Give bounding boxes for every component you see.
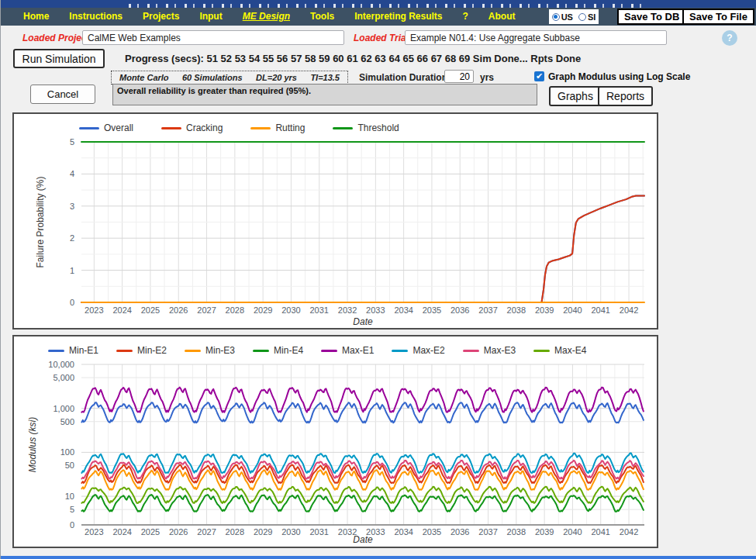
window-title-strip [1,0,756,8]
series-line-max-e2 [81,454,644,474]
main-menu-bar: HomeInstructionsProjectsInputME DesignTo… [1,8,756,26]
cancel-button[interactable]: Cancel [30,85,95,104]
radio-icon[interactable] [578,13,586,21]
loaded-project-input[interactable] [82,30,344,45]
y-tick-label: 1 [70,266,74,275]
x-tick-label: 2041 [591,527,609,537]
y-axis-title: Failure Probability (%) [35,176,46,267]
modulus-chart-legend: Min-E1Min-E2Min-E3Min-E4Max-E1Max-E2Max-… [48,345,586,356]
x-tick-label: 2027 [197,527,216,537]
nav-item-tools[interactable]: Tools [300,8,344,26]
y-tick-label: 5 [70,137,74,147]
window-bottom-accent [1,556,756,559]
x-tick-label: 2038 [507,527,526,537]
legend-swatch-icon [463,350,479,352]
legend-label: Cracking [186,122,223,133]
nav-item-me-design[interactable]: ME Design [233,8,300,26]
x-axis-title: Date [353,316,373,325]
y-tick-label: 1,000 [53,404,74,413]
x-tick-label: 2035 [423,305,441,315]
legend-item-min-e4: Min-E4 [253,345,303,356]
legend-item-min-e3: Min-E3 [185,345,235,356]
x-tick-label: 2027 [197,305,216,315]
y-tick-label: 10 [65,492,74,501]
y-tick-label: 2 [70,233,74,243]
x-tick-label: 2030 [281,527,300,537]
legend-label: Max-E2 [413,345,444,356]
y-tick-label: 4 [70,169,74,178]
x-tick-label: 2025 [141,305,160,315]
nav-item-projects[interactable]: Projects [133,8,189,26]
x-tick-label: 2034 [394,527,413,537]
log-scale-label: Graph Modulus using Log Scale [548,71,690,82]
legend-item-rutting: Rutting [250,122,305,133]
legend-item-threshold: Threshold [333,122,399,133]
x-tick-label: 2030 [281,305,300,315]
x-tick-label: 2031 [309,305,328,315]
modulus-chart-svg: 10,0005,0001,000500100501050202320242025… [14,336,654,543]
x-tick-label: 2028 [226,527,244,537]
x-tick-label: 2034 [394,305,413,315]
x-tick-label: 2031 [309,527,328,537]
legend-swatch-icon [253,350,269,352]
mc-traffic-index: TI=13.5 [310,73,340,82]
units-toggle: USSI [549,9,599,24]
legend-swatch-icon [533,350,550,352]
legend-label: Min-E1 [69,345,98,356]
legend-swatch-icon [79,127,99,129]
simulation-duration-label: Simulation Duration [359,72,447,83]
legend-item-max-e4: Max-E4 [533,345,586,356]
legend-swatch-icon [48,350,64,352]
x-axis-title: Date [353,534,373,543]
x-tick-label: 2039 [535,305,554,315]
legend-item-max-e2: Max-E2 [392,345,444,356]
units-radio-si[interactable]: SI [578,12,595,22]
legend-item-min-e1: Min-E1 [48,345,98,356]
x-tick-label: 2026 [169,527,188,537]
y-axis-title: Modulus (ksi) [27,417,38,472]
radio-icon[interactable] [552,13,560,21]
save-to-file-button[interactable]: Save To File [682,9,754,25]
y-tick-label: 50 [65,461,74,470]
mc-mode: Monte Carlo [119,73,169,82]
mc-design-life: DL=20 yrs [256,73,297,82]
legend-item-max-e3: Max-E3 [463,345,516,356]
x-tick-label: 2035 [423,527,441,537]
calme-app-window: HomeInstructionsProjectsInputME DesignTo… [0,0,756,559]
graphs-button[interactable]: Graphs [549,86,602,106]
save-to-db-button[interactable]: Save To DB [617,9,686,25]
x-tick-label: 2023 [85,527,103,537]
nav-item-instructions[interactable]: Instructions [59,8,133,26]
log-scale-checkbox[interactable]: ✔ [534,71,544,81]
y-tick-label: 5,000 [53,373,74,382]
x-tick-label: 2040 [563,305,582,315]
help-icon[interactable]: ? [722,30,737,46]
simulation-duration-input[interactable] [444,70,474,83]
legend-swatch-icon [333,127,353,129]
y-tick-label: 100 [60,447,74,457]
x-tick-label: 2028 [226,305,244,315]
units-radio-label: US [561,12,573,22]
nav-item-[interactable]: ? [453,8,478,26]
nav-item-input[interactable]: Input [189,8,232,26]
units-radio-us[interactable]: US [552,12,573,22]
legend-label: Max-E1 [342,345,374,356]
series-line-min-e2 [81,465,644,483]
legend-swatch-icon [185,350,201,352]
nav-item-about[interactable]: About [478,8,526,26]
x-tick-label: 2042 [620,527,638,537]
nav-item-interpreting-results[interactable]: Interpreting Results [344,8,452,26]
run-simulation-button[interactable]: Run Simulation [13,49,105,68]
x-tick-label: 2042 [620,305,638,315]
legend-label: Max-E4 [554,345,586,356]
nav-item-home[interactable]: Home [13,8,59,26]
legend-label: Max-E3 [484,345,516,356]
menu-items: HomeInstructionsProjectsInputME DesignTo… [13,8,526,26]
legend-swatch-icon [250,127,271,129]
legend-item-max-e1: Max-E1 [321,345,374,356]
reports-button[interactable]: Reports [598,86,653,106]
loaded-trial-input[interactable] [405,30,667,45]
failure-probability-chart-svg: 0123452023202420252026202720282029203020… [14,114,654,325]
y-tick-label: 10,000 [48,360,74,369]
x-tick-label: 2037 [478,305,497,315]
